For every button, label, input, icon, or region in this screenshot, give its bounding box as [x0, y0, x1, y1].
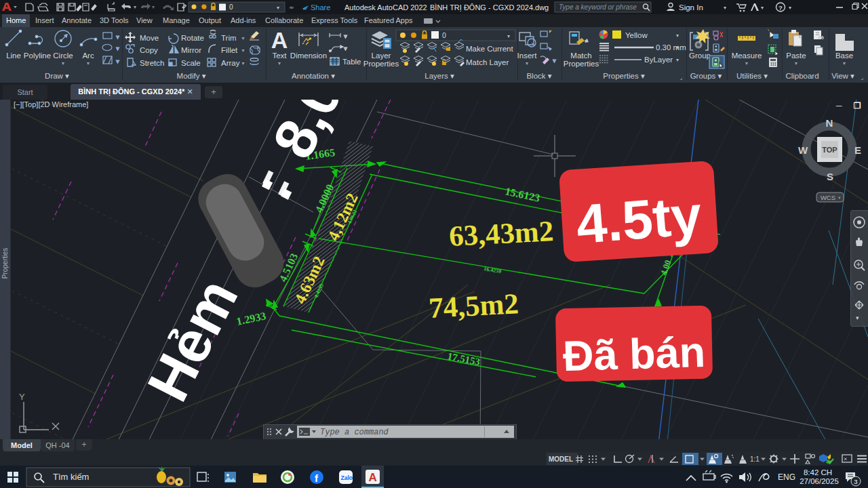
svg-text:Mirror: Mirror	[181, 46, 201, 54]
svg-text:Scale: Scale	[181, 59, 201, 67]
svg-text:Table: Table	[342, 58, 361, 66]
svg-text:▼: ▼	[241, 48, 245, 53]
svg-text:Tìm kiếm: Tìm kiếm	[53, 472, 89, 482]
svg-text:Dimension: Dimension	[290, 52, 327, 60]
svg-text:Utilities ▾: Utilities ▾	[736, 72, 768, 80]
svg-text:Text: Text	[272, 52, 287, 60]
svg-text:W: W	[798, 144, 808, 156]
svg-text:▾: ▾	[277, 5, 279, 11]
svg-text:▼: ▼	[794, 61, 799, 66]
svg-text:Line: Line	[6, 52, 21, 60]
svg-text:⌟: ⌟	[679, 74, 682, 81]
svg-text:⌟: ⌟	[861, 74, 863, 81]
svg-text:8:42 CH: 8:42 CH	[804, 468, 832, 476]
svg-text:Arc: Arc	[82, 52, 94, 60]
svg-text:Y: Y	[19, 392, 25, 402]
svg-text:▼: ▼	[61, 61, 66, 66]
svg-text:▼: ▼	[343, 34, 348, 39]
svg-text:S: S	[827, 171, 833, 182]
svg-text:Circle: Circle	[53, 52, 73, 60]
svg-text:MODEL: MODEL	[549, 455, 573, 463]
svg-text:Rotate: Rotate	[181, 34, 204, 42]
svg-text:Properties: Properties	[363, 60, 399, 68]
svg-text:Paste: Paste	[786, 52, 806, 60]
svg-text:▼: ▼	[241, 61, 245, 66]
svg-text:▾: ▾	[724, 5, 726, 11]
svg-text:▾: ▾	[134, 4, 136, 10]
svg-text:Move: Move	[140, 34, 159, 42]
svg-text:E: E	[854, 144, 861, 156]
svg-text:Block ▾: Block ▾	[526, 72, 551, 80]
svg-text:A: A	[271, 27, 288, 53]
svg-text:▼: ▼	[842, 61, 847, 66]
svg-text:1:1: 1:1	[750, 455, 760, 463]
svg-text:▼: ▼	[241, 36, 245, 41]
svg-text:WCS: WCS	[821, 194, 835, 201]
svg-text:0: 0	[442, 31, 446, 39]
svg-text:Layers ▾: Layers ▾	[425, 72, 454, 80]
svg-text:Fillet: Fillet	[221, 46, 238, 54]
svg-text:0: 0	[229, 3, 233, 11]
svg-text:Draw ▾: Draw ▾	[45, 72, 69, 80]
svg-text:▼: ▼	[115, 59, 120, 64]
svg-text:Annotation ▾: Annotation ▾	[292, 72, 335, 80]
svg-text:0.30 mm: 0.30 mm	[656, 43, 686, 52]
svg-text:Type a keyword or phrase: Type a keyword or phrase	[559, 3, 637, 11]
svg-text:Autodesk AutoCAD 2022: Autodesk AutoCAD 2022	[344, 3, 427, 12]
svg-text:▾: ▾	[676, 33, 679, 39]
svg-text:Copy: Copy	[140, 46, 158, 54]
svg-text:▾: ▾	[789, 5, 791, 11]
svg-text:Insert: Insert	[517, 52, 538, 60]
svg-text:▾: ▾	[761, 5, 764, 11]
svg-text:▾: ▾	[507, 33, 510, 39]
svg-text:A: A	[369, 471, 377, 484]
svg-text:Share: Share	[311, 3, 330, 12]
svg-text:63,43m2: 63,43m2	[448, 215, 554, 252]
svg-text:▼: ▼	[86, 61, 91, 66]
svg-text:Properties: Properties	[564, 60, 599, 68]
svg-text:▾: ▾	[152, 4, 155, 10]
svg-text:Match Layer: Match Layer	[466, 58, 509, 66]
svg-text:TOP: TOP	[822, 146, 837, 154]
svg-text:Match: Match	[570, 52, 591, 60]
svg-text:Clipboard: Clipboard	[785, 72, 818, 80]
svg-text:▼: ▼	[277, 61, 282, 66]
svg-text:Layer: Layer	[372, 52, 391, 60]
svg-text:▼: ▼	[115, 35, 120, 39]
svg-text:Zalo: Zalo	[341, 474, 353, 481]
svg-text:Sign In: Sign In	[679, 3, 703, 12]
svg-text:27/06/2025: 27/06/2025	[800, 477, 839, 485]
svg-text:Group: Group	[689, 52, 711, 60]
svg-text:View ▾: View ▾	[831, 72, 854, 80]
svg-text:?: ?	[778, 4, 783, 12]
svg-text:▼: ▼	[115, 46, 120, 51]
svg-text:Base: Base	[835, 52, 853, 60]
svg-text:N: N	[826, 117, 833, 129]
svg-text:BÌNH TRỊ ĐÔNG - CGXD 2024.dwg: BÌNH TRỊ ĐÔNG - CGXD 2024.dwg	[430, 3, 549, 12]
svg-text:▾: ▾	[676, 57, 679, 63]
svg-text:Stretch: Stretch	[140, 59, 164, 67]
svg-text:▾: ▾	[856, 314, 859, 321]
svg-text:Groups ▾: Groups ▾	[690, 72, 722, 80]
svg-text:Yellow: Yellow	[625, 31, 648, 39]
svg-text:Array: Array	[221, 59, 240, 67]
svg-text:Modify ▾: Modify ▾	[177, 72, 206, 80]
svg-text:Type a command: Type a command	[320, 428, 389, 437]
svg-text:3: 3	[854, 478, 857, 485]
svg-text:▼: ▼	[745, 61, 749, 66]
svg-text:74,5m2: 74,5m2	[428, 287, 519, 324]
svg-text:▾: ▾	[838, 195, 841, 200]
svg-text:ByLayer: ByLayer	[644, 56, 673, 64]
svg-text:≂: ≂	[289, 4, 294, 11]
svg-text:▼: ▼	[525, 61, 530, 66]
svg-text:Measure: Measure	[732, 52, 762, 60]
svg-text:Trim: Trim	[221, 34, 237, 42]
svg-text:Properties ▾: Properties ▾	[603, 72, 645, 80]
svg-text:Make Current: Make Current	[466, 45, 513, 53]
svg-text:ENG: ENG	[778, 472, 795, 482]
svg-text:Polyline: Polyline	[24, 52, 51, 60]
svg-text:▼: ▼	[343, 46, 348, 51]
svg-text:▼: ▼	[552, 58, 557, 63]
svg-text:▾: ▾	[676, 45, 679, 51]
